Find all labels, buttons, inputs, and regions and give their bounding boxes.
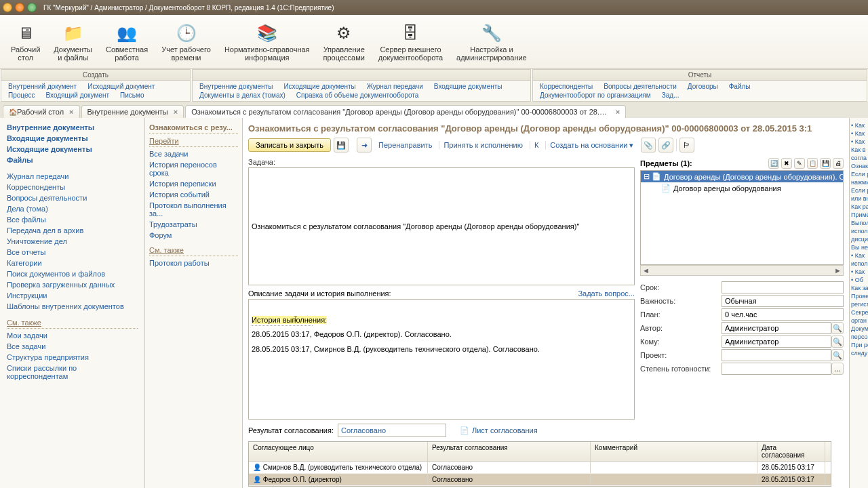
col-date[interactable]: Дата согласования: [757, 442, 825, 461]
side-link-8[interactable]: Категории: [7, 258, 138, 268]
history-textarea[interactable]: История выполнения:𝙸 28.05.2015 03:17, Ф…: [248, 299, 635, 420]
side-link-7[interactable]: Все отчеты: [7, 247, 138, 258]
sp-link2-0[interactable]: Протокол работы: [149, 258, 238, 268]
ribbon-item-4[interactable]: 📚Нормативно-справочнаяинформация: [218, 16, 317, 67]
tab-close-0[interactable]: ×: [69, 108, 73, 116]
tab-1[interactable]: Внутренние документы×: [81, 105, 184, 118]
side-link-9[interactable]: Поиск документов и файлов: [7, 268, 138, 279]
objects-tree[interactable]: ⊟ 📄 Договор аренды (Договор аренды обору…: [640, 170, 844, 265]
side-link-4[interactable]: Все файлы: [7, 214, 138, 225]
sp-link1-3[interactable]: История событий: [149, 189, 238, 200]
side-also-2[interactable]: Структура предприятия: [7, 352, 138, 363]
obj-save-icon[interactable]: 💾: [820, 158, 831, 169]
obj-refresh-icon[interactable]: 🔄: [768, 158, 779, 169]
sp-link1-6[interactable]: Форум: [149, 230, 238, 241]
side-link-6[interactable]: Уничтожение дел: [7, 236, 138, 247]
obj-edit-icon[interactable]: ✎: [794, 158, 805, 169]
save-icon[interactable]: 💾: [334, 138, 349, 152]
grid-row-1[interactable]: 👤 Федоров О.П. (директор)Согласовано28.0…: [249, 474, 831, 486]
readiness-input[interactable]: [722, 363, 831, 375]
approval-sheet-link[interactable]: Лист согласования: [469, 426, 538, 434]
sublink-g2-1[interactable]: Исходящие документы: [278, 82, 361, 91]
ribbon-item-3[interactable]: 🕒Учет рабочеговремени: [155, 16, 218, 67]
author-input[interactable]: [722, 322, 831, 334]
sp-link1-0[interactable]: Все задачи: [149, 148, 238, 159]
sublink-g1-4[interactable]: Письмо: [115, 91, 149, 100]
ribbon-item-1[interactable]: 📁Документыи файлы: [47, 16, 99, 67]
sublink-g2-2[interactable]: Журнал передачи: [361, 82, 429, 91]
side-link-10[interactable]: Проверка загруженных данных: [7, 279, 138, 290]
grid-row-0[interactable]: 👤 Смирнов В.Д. (руководитель техническог…: [249, 462, 831, 474]
sp-link1-5[interactable]: Трудозатраты: [149, 219, 238, 230]
sublink-g1-0[interactable]: Внутренний документ: [3, 82, 82, 91]
redirect-icon[interactable]: ➜: [357, 138, 372, 152]
redirect-link[interactable]: Перенаправить: [374, 141, 436, 149]
sp-link1-1[interactable]: История переносов срока: [149, 159, 238, 178]
side-link-12[interactable]: Шаблоны внутренних документов: [7, 301, 138, 312]
tab-0[interactable]: 🏠 Рабочий стол×: [3, 105, 80, 118]
window-max[interactable]: [15, 3, 24, 12]
side-link-3[interactable]: Дела (тома): [7, 203, 138, 214]
sublink-g3-1[interactable]: Вопросы деятельности: [598, 82, 682, 91]
project-lookup-icon[interactable]: 🔍: [831, 349, 844, 361]
side-bold-2[interactable]: Исходящие документы: [7, 144, 138, 155]
obj-copy-icon[interactable]: 📋: [807, 158, 818, 169]
sublink-g1-3[interactable]: Входящий документ: [41, 91, 115, 100]
attach-icon[interactable]: 📎: [641, 138, 656, 152]
ask-question-link[interactable]: Задать вопрос...: [578, 289, 635, 298]
to-lookup-icon[interactable]: 🔍: [831, 336, 844, 348]
tree-node-child[interactable]: 📄 Договор аренды оборудования: [641, 182, 843, 194]
flag-icon[interactable]: 🏳: [679, 138, 694, 152]
sp-link1-4[interactable]: Протокол выполнения за...: [149, 200, 238, 219]
sublink-g3-4[interactable]: Документооборот по организациям: [534, 91, 656, 100]
sublink-g2-4[interactable]: Документы в делах (томах): [194, 91, 291, 100]
importance-input[interactable]: [722, 295, 844, 307]
ribbon-item-0[interactable]: 🖥Рабочийстол: [4, 16, 47, 67]
ribbon-item-2[interactable]: 👥Совместнаяработа: [99, 16, 155, 67]
side-link-11[interactable]: Инструкции: [7, 290, 138, 301]
create-based-link[interactable]: Создать на основании ▾: [545, 141, 637, 150]
ribbon-item-7[interactable]: 🔧Настройка иадминистрирование: [450, 16, 534, 67]
sublink-g2-0[interactable]: Внутренние документы: [194, 82, 278, 91]
side-bold-0[interactable]: Внутренние документы: [7, 122, 138, 133]
ribbon-item-6[interactable]: 🗄Сервер внешнегодокументооборота: [372, 16, 450, 67]
sublink-g2-5[interactable]: Справка об объеме документооборота: [291, 91, 425, 100]
sublink-g2-3[interactable]: Входящие документы: [429, 82, 508, 91]
sublink-g3-3[interactable]: Файлы: [724, 82, 756, 91]
side-bold-1[interactable]: Входящие документы: [7, 133, 138, 144]
sublink-g1-1[interactable]: Исходящий документ: [82, 82, 160, 91]
author-lookup-icon[interactable]: 🔍: [831, 322, 844, 334]
deadline-input[interactable]: [722, 281, 844, 293]
sp-link1-2[interactable]: История переписки: [149, 178, 238, 189]
link-icon[interactable]: 🔗: [658, 138, 673, 152]
k-link[interactable]: К: [530, 141, 542, 149]
ribbon-item-5[interactable]: ⚙Управлениепроцессами: [317, 16, 372, 67]
save-close-button[interactable]: Записать и закрыть: [248, 138, 331, 152]
tree-node-main[interactable]: ⊟ 📄 Договор аренды (Договор аренды обору…: [641, 171, 843, 182]
tree-scrollbar[interactable]: ◄►: [640, 265, 844, 276]
side-link-0[interactable]: Журнал передачи: [7, 171, 138, 182]
side-bold-3[interactable]: Файлы: [7, 155, 138, 165]
sublink-g3-5[interactable]: Зад...: [656, 91, 685, 100]
sublink-g3-0[interactable]: Корреспонденты: [534, 82, 598, 91]
task-input[interactable]: [248, 167, 635, 285]
col-comment[interactable]: Комментарий: [591, 442, 757, 461]
tab-close-2[interactable]: ×: [616, 108, 620, 116]
side-link-2[interactable]: Вопросы деятельности: [7, 192, 138, 203]
plan-input[interactable]: [722, 308, 844, 321]
obj-print-icon[interactable]: 🖨: [833, 158, 844, 169]
side-link-5[interactable]: Передача дел в архив: [7, 225, 138, 236]
accept-link[interactable]: Принять к исполнению: [439, 141, 526, 149]
result-input[interactable]: [338, 424, 446, 437]
side-link-1[interactable]: Корреспонденты: [7, 182, 138, 192]
tab-close-1[interactable]: ×: [174, 108, 178, 116]
tab-2[interactable]: Ознакомиться с результатом согласования …: [185, 105, 626, 118]
window-close[interactable]: [27, 3, 37, 12]
sublink-g1-2[interactable]: Процесс: [3, 91, 41, 100]
col-person[interactable]: Согласующее лицо: [249, 442, 428, 461]
side-also-3[interactable]: Списки рассылки по корреспондентам: [7, 363, 138, 382]
obj-delete-icon[interactable]: ✖: [781, 158, 792, 169]
side-also-1[interactable]: Все задачи: [7, 341, 138, 352]
project-input[interactable]: [722, 349, 831, 361]
window-min[interactable]: [3, 3, 12, 12]
